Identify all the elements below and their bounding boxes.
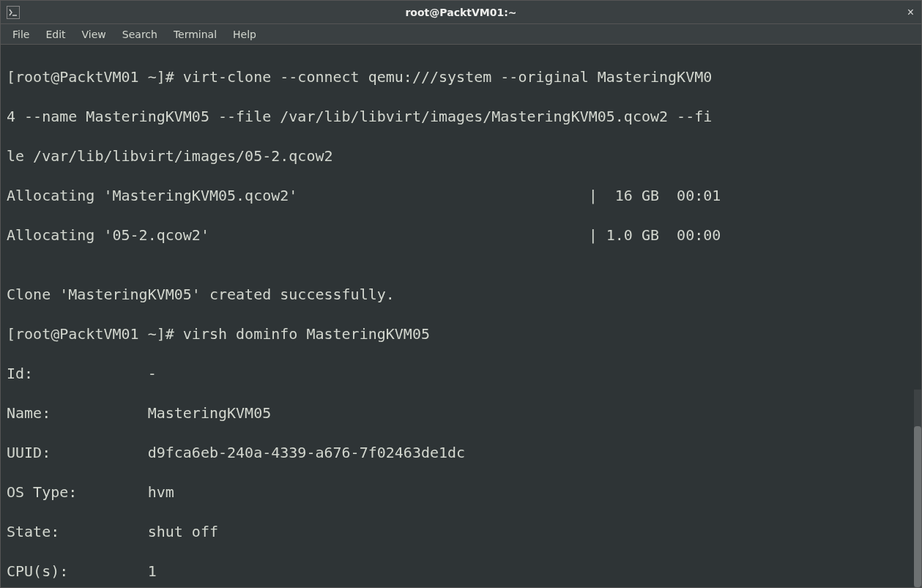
menu-help[interactable]: Help bbox=[226, 26, 264, 43]
terminal-line: Name: MasteringKVM05 bbox=[7, 403, 915, 423]
scrollbar-thumb[interactable] bbox=[914, 426, 921, 587]
terminal-line: State: shut off bbox=[7, 522, 915, 542]
terminal-line: Id: - bbox=[7, 364, 915, 384]
terminal-line: Allocating 'MasteringKVM05.qcow2' | 16 G… bbox=[7, 186, 915, 206]
window-title: root@PacktVM01:~ bbox=[405, 7, 516, 18]
terminal-window: root@PacktVM01:~ × File Edit View Search… bbox=[0, 0, 922, 588]
menubar: File Edit View Search Terminal Help bbox=[1, 24, 921, 45]
menu-search[interactable]: Search bbox=[115, 26, 165, 43]
menu-terminal[interactable]: Terminal bbox=[166, 26, 224, 43]
terminal-line: UUID: d9fca6eb-240a-4339-a676-7f02463de1… bbox=[7, 443, 915, 463]
titlebar: root@PacktVM01:~ × bbox=[1, 1, 921, 24]
terminal-line: Allocating '05-2.qcow2' | 1.0 GB 00:00 bbox=[7, 226, 915, 245]
terminal-line: [root@PacktVM01 ~]# virsh dominfo Master… bbox=[7, 324, 915, 344]
close-icon[interactable]: × bbox=[907, 6, 914, 19]
menu-view[interactable]: View bbox=[75, 26, 114, 43]
terminal-line: Clone 'MasteringKVM05' created successfu… bbox=[7, 285, 915, 305]
menu-file[interactable]: File bbox=[5, 26, 37, 43]
menu-edit[interactable]: Edit bbox=[38, 26, 73, 43]
terminal-icon bbox=[7, 6, 20, 19]
terminal-output[interactable]: [root@PacktVM01 ~]# virt-clone --connect… bbox=[1, 45, 921, 587]
terminal-line: 4 --name MasteringKVM05 --file /var/lib/… bbox=[7, 107, 915, 127]
terminal-line: CPU(s): 1 bbox=[7, 562, 915, 581]
terminal-line: le /var/lib/libvirt/images/05-2.qcow2 bbox=[7, 146, 915, 166]
terminal-line: OS Type: hvm bbox=[7, 483, 915, 502]
terminal-line: [root@PacktVM01 ~]# virt-clone --connect… bbox=[7, 67, 915, 87]
